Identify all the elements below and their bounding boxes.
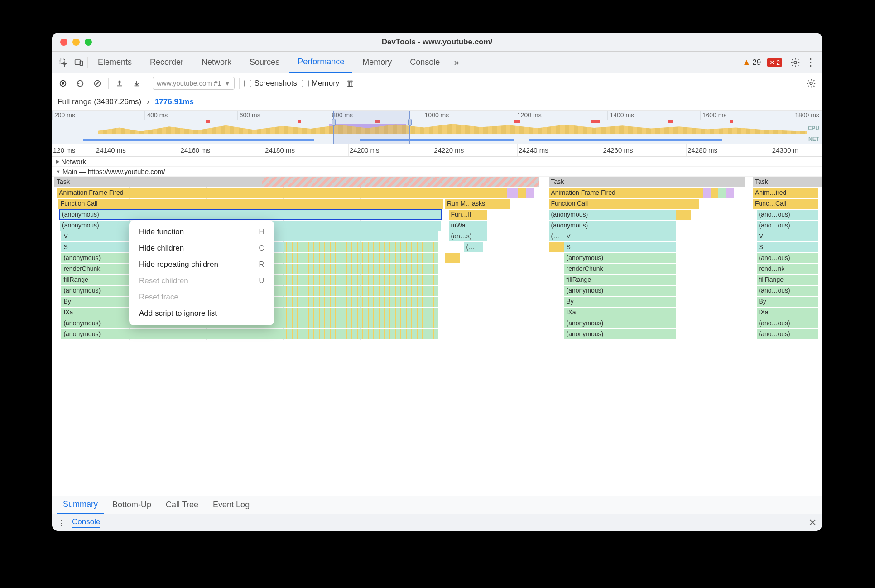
device-toolbar-icon[interactable] [72, 56, 86, 69]
flame-bar-animation[interactable]: Anim…ired [753, 188, 818, 198]
flame-bar-animation[interactable]: Animation Frame Fired [57, 188, 507, 198]
upload-icon[interactable] [113, 77, 126, 90]
flame-bar-group[interactable] [284, 286, 438, 296]
tab-console[interactable]: Console [402, 52, 448, 73]
menu-hide-function[interactable]: Hide function H [129, 224, 274, 240]
flame-bar[interactable]: V [757, 231, 818, 241]
flame-bar[interactable]: S [564, 242, 676, 252]
tab-network[interactable]: Network [193, 52, 240, 73]
flame-bar-group[interactable] [284, 253, 438, 263]
flame-bar[interactable]: V [564, 231, 676, 241]
flame-bar-anonymous[interactable]: (ano…ous) [757, 210, 818, 220]
flame-bar[interactable]: (… [549, 231, 564, 241]
full-range-label[interactable]: Full range (34307.26ms) [58, 97, 141, 106]
flame-bar-anonymous[interactable]: (anonymous) [61, 329, 284, 339]
error-badge[interactable]: ✕ 2 [767, 58, 782, 67]
flame-bar-task[interactable]: Task [54, 177, 262, 187]
tab-summary[interactable]: Summary [57, 496, 104, 514]
capture-settings-icon[interactable] [805, 77, 817, 90]
clear-button[interactable] [91, 77, 104, 90]
flame-bar-task[interactable]: Task [549, 177, 745, 187]
close-window-button[interactable] [60, 39, 67, 46]
flame-bar[interactable]: renderChunk_ [564, 264, 676, 274]
flame-bar[interactable] [676, 210, 691, 220]
tab-call-tree[interactable]: Call Tree [159, 496, 205, 514]
flame-bar-anonymous[interactable]: (ano…ous) [757, 221, 818, 231]
flame-bar-anonymous[interactable]: (ano…ous) [757, 329, 818, 339]
flame-bar[interactable]: fillRange_ [757, 275, 818, 285]
flame-bar-function-call[interactable]: Function Call [549, 199, 699, 209]
tab-memory[interactable]: Memory [354, 52, 400, 73]
flame-bar[interactable] [518, 188, 526, 198]
flame-bar[interactable]: By [757, 297, 818, 307]
flame-bar-group[interactable] [284, 329, 438, 339]
flame-bar[interactable]: fillRange_ [564, 275, 676, 285]
flame-bar[interactable] [726, 188, 734, 198]
flame-bar[interactable] [711, 188, 718, 198]
flame-bar-group[interactable] [284, 318, 438, 328]
console-tab[interactable]: Console [72, 517, 100, 528]
flame-bar-anonymous[interactable]: (anonymous) [549, 210, 676, 220]
selection-handle-right[interactable] [408, 119, 412, 126]
tab-elements[interactable]: Elements [90, 52, 140, 73]
tab-performance[interactable]: Performance [289, 52, 352, 73]
tab-event-log[interactable]: Event Log [207, 496, 256, 514]
overview-selection[interactable] [333, 111, 410, 144]
more-tabs-icon[interactable]: » [450, 56, 463, 69]
flame-bar-group[interactable] [284, 308, 438, 318]
flame-bar-anonymous[interactable]: (anonymous) [549, 221, 676, 231]
reload-record-button[interactable] [74, 77, 87, 90]
flame-bar[interactable]: Run M…asks [445, 199, 510, 209]
flame-bar-group[interactable] [284, 264, 438, 274]
flame-bar-anonymous[interactable]: (anonymous) [564, 286, 676, 296]
maximize-window-button[interactable] [85, 39, 92, 46]
menu-hide-children[interactable]: Hide children C [129, 240, 274, 256]
flame-bar-group[interactable] [284, 297, 438, 307]
record-button[interactable] [57, 77, 69, 90]
flame-bar[interactable] [549, 242, 564, 252]
flame-bar[interactable]: (an…s) [449, 231, 487, 241]
flame-bar-group[interactable] [284, 242, 438, 252]
flame-bar-task[interactable]: Task [753, 177, 822, 187]
inspect-element-icon[interactable] [57, 56, 70, 69]
settings-icon[interactable] [788, 56, 802, 69]
flame-bar-anonymous[interactable]: (anonymous) [564, 253, 676, 263]
flame-bar[interactable]: rend…nk_ [757, 264, 818, 274]
tab-sources[interactable]: Sources [241, 52, 288, 73]
flame-bar-anonymous-selected[interactable]: (anonymous) [60, 210, 441, 220]
menu-hide-repeating-children[interactable]: Hide repeating children R [129, 256, 274, 273]
download-icon[interactable] [130, 77, 143, 90]
main-track-header[interactable]: ▼ Main — https://www.youtube.com/ [52, 167, 822, 177]
flame-bar-anonymous[interactable]: (ano…ous) [757, 286, 818, 296]
flame-bar[interactable]: mWa [449, 221, 487, 231]
screenshots-checkbox[interactable]: Screenshots [244, 79, 297, 88]
flame-bar[interactable] [526, 188, 534, 198]
selection-handle-left[interactable] [332, 119, 336, 126]
tab-recorder[interactable]: Recorder [142, 52, 192, 73]
timeline-overview[interactable]: 200 ms 400 ms 600 ms 800 ms 1000 ms 1200… [52, 111, 822, 144]
issues-warning[interactable]: ▲ 29 [742, 58, 761, 67]
flame-bar-anonymous[interactable]: (anonymous) [564, 329, 676, 339]
flame-bar[interactable]: By [564, 297, 676, 307]
flame-bar[interactable] [507, 188, 518, 198]
flame-bar[interactable]: S [757, 242, 818, 252]
flame-bar-function-call[interactable]: Function Call [58, 199, 443, 209]
flame-bar-group[interactable] [284, 275, 438, 285]
selected-range-label[interactable]: 1776.91ms [155, 97, 194, 106]
flame-bar[interactable] [703, 188, 711, 198]
tab-bottom-up[interactable]: Bottom-Up [106, 496, 158, 514]
menu-add-ignore-list[interactable]: Add script to ignore list [129, 305, 274, 322]
flame-bar[interactable]: Fun…ll [449, 210, 487, 220]
recording-select[interactable]: www.youtube.com #1 ▼ [153, 77, 235, 90]
close-drawer-icon[interactable]: ✕ [808, 517, 817, 529]
flame-bar-function-call[interactable]: Func…Call [753, 199, 818, 209]
flame-bar[interactable]: IXa [564, 308, 676, 318]
gc-icon[interactable] [344, 77, 356, 90]
memory-checkbox[interactable]: Memory [302, 79, 339, 88]
flame-bar-anonymous[interactable]: (ano…ous) [757, 318, 818, 328]
flame-bar[interactable]: (… [464, 242, 484, 252]
flame-bar-animation[interactable]: Animation Frame Fired [549, 188, 703, 198]
flame-bar-anonymous[interactable]: (ano…ous) [757, 253, 818, 263]
flame-bar-anonymous[interactable]: (anonymous) [564, 318, 676, 328]
flame-bar[interactable] [718, 188, 726, 198]
